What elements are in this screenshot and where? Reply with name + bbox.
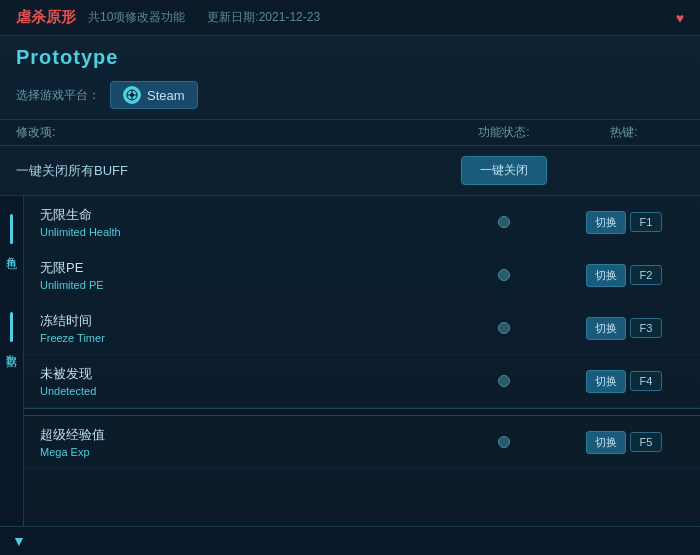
feature-row-0: 无限生命 Unlimited Health 切换 F1 — [24, 196, 700, 249]
hotkey-toggle-btn-0[interactable]: 切换 — [586, 211, 626, 234]
toggle-dot-3[interactable] — [498, 375, 510, 387]
header-heart[interactable]: ♥ — [676, 10, 684, 26]
feature-name-en-3: Undetected — [40, 385, 444, 397]
header-meta: 共10项修改器功能 — [88, 9, 185, 26]
hotkey-toggle-btn-1[interactable]: 切换 — [586, 264, 626, 287]
toggle-dot-2[interactable] — [498, 322, 510, 334]
hotkey-key-4: F5 — [630, 432, 662, 452]
feature-row-2: 冻结时间 Freeze Timer 切换 F3 — [24, 302, 700, 355]
platform-name: Steam — [147, 88, 185, 103]
platform-button[interactable]: Steam — [110, 81, 198, 109]
hotkey-key-2: F3 — [630, 318, 662, 338]
feature-info-0: 无限生命 Unlimited Health — [40, 206, 444, 238]
sidebar-character-label: 角色 — [4, 248, 19, 252]
col-mod-header: 修改项: — [16, 124, 444, 141]
feature-row-1: 无限PE Unlimited PE 切换 F2 — [24, 249, 700, 302]
feature-row-4: 超级经验值 Mega Exp 切换 F5 — [24, 416, 700, 469]
feature-name-cn-4: 超级经验值 — [40, 426, 444, 444]
col-hotkey-header: 热键: — [564, 124, 684, 141]
master-toggle-button[interactable]: 一键关闭 — [461, 156, 547, 185]
spacer — [24, 469, 700, 526]
sidebar: 角色 数据 — [0, 196, 24, 526]
game-title-cn: 虐杀原形 — [16, 8, 76, 27]
master-btn-area: 一键关闭 — [444, 156, 564, 185]
sidebar-bar-data — [10, 312, 13, 342]
feature-name-cn-3: 未被发现 — [40, 365, 444, 383]
platform-label: 选择游戏平台： — [16, 87, 100, 104]
feature-info-2: 冻结时间 Freeze Timer — [40, 312, 444, 344]
sidebar-character-section: 角色 — [4, 204, 19, 262]
master-toggle-row: 一键关闭所有BUFF 一键关闭 — [0, 146, 700, 196]
feature-toggle-area-1[interactable] — [444, 269, 564, 281]
feature-name-en-4: Mega Exp — [40, 446, 444, 458]
col-status-header: 功能状态: — [444, 124, 564, 141]
feature-info-3: 未被发现 Undetected — [40, 365, 444, 397]
feature-name-en-0: Unlimited Health — [40, 226, 444, 238]
hotkey-key-1: F2 — [630, 265, 662, 285]
feature-info-4: 超级经验值 Mega Exp — [40, 426, 444, 458]
feature-list: 无限生命 Unlimited Health 切换 F1 无限PE Unlimit… — [24, 196, 700, 526]
header: 虐杀原形 共10项修改器功能 更新日期:2021-12-23 ♥ — [0, 0, 700, 36]
feature-toggle-area-3[interactable] — [444, 375, 564, 387]
hotkey-key-3: F4 — [630, 371, 662, 391]
feature-name-cn-0: 无限生命 — [40, 206, 444, 224]
feature-hotkey-area-2: 切换 F3 — [564, 317, 684, 340]
toggle-dot-0[interactable] — [498, 216, 510, 228]
hotkey-toggle-btn-4[interactable]: 切换 — [586, 431, 626, 454]
game-title-en: Prototype — [0, 36, 700, 75]
toggle-dot-1[interactable] — [498, 269, 510, 281]
feature-hotkey-area-4: 切换 F5 — [564, 431, 684, 454]
feature-row-3: 未被发现 Undetected 切换 F4 — [24, 355, 700, 408]
feature-name-cn-2: 冻结时间 — [40, 312, 444, 330]
column-headers: 修改项: 功能状态: 热键: — [0, 119, 700, 146]
hotkey-key-0: F1 — [630, 212, 662, 232]
hotkey-toggle-btn-2[interactable]: 切换 — [586, 317, 626, 340]
header-update: 更新日期:2021-12-23 — [207, 9, 320, 26]
feature-toggle-area-0[interactable] — [444, 216, 564, 228]
feature-toggle-area-4[interactable] — [444, 436, 564, 448]
sidebar-bar-character — [10, 214, 13, 244]
feature-hotkey-area-1: 切换 F2 — [564, 264, 684, 287]
platform-row: 选择游戏平台： Steam — [0, 75, 700, 119]
sidebar-data-label: 数据 — [4, 346, 19, 350]
section-divider — [24, 408, 700, 416]
steam-icon — [123, 86, 141, 104]
toggle-dot-4[interactable] — [498, 436, 510, 448]
hotkey-toggle-btn-3[interactable]: 切换 — [586, 370, 626, 393]
feature-hotkey-area-0: 切换 F1 — [564, 211, 684, 234]
master-toggle-label: 一键关闭所有BUFF — [16, 162, 444, 180]
feature-name-en-1: Unlimited PE — [40, 279, 444, 291]
feature-hotkey-area-3: 切换 F4 — [564, 370, 684, 393]
feature-info-1: 无限PE Unlimited PE — [40, 259, 444, 291]
app-container: 虐杀原形 共10项修改器功能 更新日期:2021-12-23 ♥ Prototy… — [0, 0, 700, 555]
scroll-down-icon[interactable]: ▼ — [12, 533, 26, 549]
main-content: 角色 数据 无限生命 Unlimited Health 切换 F1 — [0, 196, 700, 526]
feature-toggle-area-2[interactable] — [444, 322, 564, 334]
bottom-bar: ▼ — [0, 526, 700, 555]
sidebar-data-section: 数据 — [4, 302, 19, 360]
feature-name-en-2: Freeze Timer — [40, 332, 444, 344]
feature-name-cn-1: 无限PE — [40, 259, 444, 277]
